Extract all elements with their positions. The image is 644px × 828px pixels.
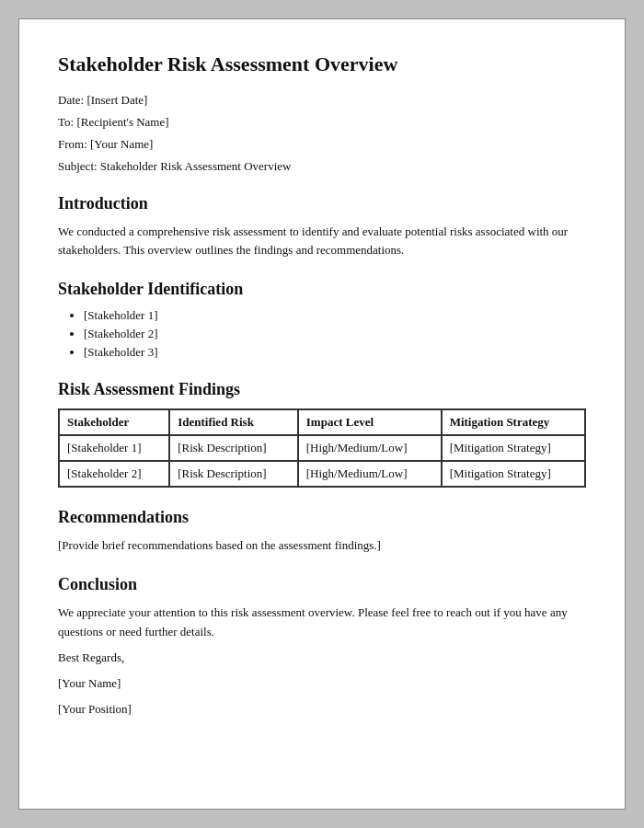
col-identified-risk: Identified Risk [169,409,298,435]
col-impact-level: Impact Level [298,409,442,435]
conclusion-name: [Your Name] [58,674,586,693]
risk-assessment-heading: Risk Assessment Findings [58,380,586,399]
cell-mitigation-1: [Mitigation Strategy] [442,435,585,461]
meta-to: To: [Recipient's Name] [58,115,586,130]
list-item: [Stakeholder 3] [84,345,586,360]
list-item: [Stakeholder 2] [84,327,586,341]
introduction-body: We conducted a comprehensive risk assess… [58,223,586,259]
cell-risk-2: [Risk Description] [169,461,298,487]
stakeholder-list: [Stakeholder 1] [Stakeholder 2] [Stakeho… [84,308,586,360]
conclusion-signoff: Best Regards, [58,649,586,667]
risk-table: Stakeholder Identified Risk Impact Level… [58,408,586,488]
conclusion-position: [Your Position] [58,700,586,719]
col-stakeholder: Stakeholder [59,409,169,435]
page-title: Stakeholder Risk Assessment Overview [58,52,586,76]
list-item: [Stakeholder 1] [84,308,586,323]
cell-impact-1: [High/Medium/Low] [298,435,442,461]
col-mitigation-strategy: Mitigation Strategy [442,409,585,435]
conclusion-body: We appreciate your attention to this ris… [58,604,586,640]
cell-stakeholder-1: [Stakeholder 1] [59,435,169,461]
table-header-row: Stakeholder Identified Risk Impact Level… [59,409,585,435]
cell-impact-2: [High/Medium/Low] [298,461,442,487]
table-row: [Stakeholder 1] [Risk Description] [High… [59,435,585,461]
cell-risk-1: [Risk Description] [169,435,298,461]
meta-from: From: [Your Name] [58,137,586,152]
cell-stakeholder-2: [Stakeholder 2] [59,461,169,487]
introduction-heading: Introduction [58,194,586,213]
meta-date: Date: [Insert Date] [58,93,586,108]
stakeholder-id-heading: Stakeholder Identification [58,280,586,299]
recommendations-body: [Provide brief recommendations based on … [58,536,586,555]
recommendations-heading: Recommendations [58,508,586,527]
table-row: [Stakeholder 2] [Risk Description] [High… [59,461,585,487]
conclusion-heading: Conclusion [58,575,586,594]
meta-subject: Subject: Stakeholder Risk Assessment Ove… [58,159,586,174]
document-page: Stakeholder Risk Assessment Overview Dat… [18,18,626,810]
cell-mitigation-2: [Mitigation Strategy] [442,461,585,487]
